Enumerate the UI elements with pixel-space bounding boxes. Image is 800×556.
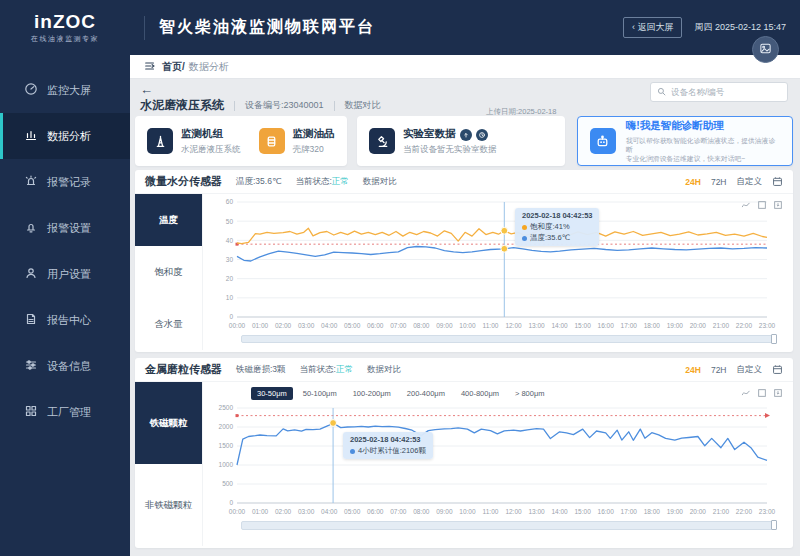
svg-text:22:00: 22:00: [736, 322, 753, 329]
device-search-input[interactable]: [671, 87, 781, 97]
svg-text:04:00: 04:00: [321, 508, 338, 515]
legend-100-200[interactable]: 100-200μm: [347, 387, 397, 400]
range-custom-button[interactable]: 自定义: [737, 176, 763, 188]
monitor-oil-group[interactable]: 监测油品 壳牌320: [259, 127, 335, 156]
svg-text:17:00: 17:00: [621, 508, 638, 515]
svg-text:12:00: 12:00: [505, 508, 522, 515]
svg-text:23:00: 23:00: [759, 322, 776, 329]
data-compare-link[interactable]: 数据对比: [363, 176, 397, 188]
legend-200-400[interactable]: 200-400μm: [401, 387, 451, 400]
back-arrow-button[interactable]: ←: [140, 82, 153, 97]
svg-text:14:00: 14:00: [551, 508, 568, 515]
svg-text:07:00: 07:00: [390, 508, 407, 515]
breadcrumb-home[interactable]: 首页/: [162, 60, 185, 74]
svg-text:20: 20: [226, 275, 234, 282]
range-72h-button[interactable]: 72H: [711, 365, 727, 375]
monitor-unit-group[interactable]: 监测机组 水泥磨液压系统: [147, 127, 241, 156]
alarm-record-icon: [24, 174, 47, 190]
save-image-icon[interactable]: [773, 196, 783, 214]
data-analysis-icon: [24, 128, 47, 144]
range-24h-button[interactable]: 24H: [685, 177, 701, 187]
svg-text:01:00: 01:00: [252, 322, 269, 329]
upload-icon[interactable]: [460, 129, 472, 141]
data-compare-link[interactable]: 数据对比: [367, 364, 401, 376]
moisture-chart-tooltip: 2025-02-18 04:42:53 饱和度:41% 温度:35.6℃: [515, 208, 599, 246]
breadcrumb: 首页/ 数据分析: [130, 55, 800, 79]
legend-400-800[interactable]: 400-800μm: [455, 387, 505, 400]
range-24h-button[interactable]: 24H: [685, 365, 701, 375]
svg-text:16:00: 16:00: [598, 322, 615, 329]
svg-text:0: 0: [229, 499, 233, 506]
panel-status: 当前状态:正常: [300, 364, 353, 376]
svg-text:10: 10: [226, 294, 234, 301]
svg-text:18:00: 18:00: [644, 508, 661, 515]
chart-zoom-slider[interactable]: [241, 521, 775, 530]
sidebar-item-alarm-settings[interactable]: 报警设置: [0, 205, 130, 251]
card-ai-assistant[interactable]: 嗨!我是智能诊断助理 我可以帮你获取智能化诊断油液状态，提供油液诊断 专业化润滑…: [577, 116, 793, 166]
save-image-icon[interactable]: [773, 384, 783, 402]
svg-text:40: 40: [226, 237, 234, 244]
zoom-slider-handle[interactable]: [771, 334, 777, 344]
tab-temperature[interactable]: 温度: [135, 194, 202, 246]
temperature-dot: [522, 236, 527, 241]
svg-text:10:00: 10:00: [459, 322, 476, 329]
legend-50-100[interactable]: 50-100μm: [297, 387, 343, 400]
card-lab-data[interactable]: 实验室数据 当前设备暂无实验室数据: [357, 116, 565, 166]
device-number: 设备编号:23040001: [245, 99, 324, 112]
system-title-row: 水泥磨液压系统 设备编号:23040001 数据对比: [140, 97, 381, 114]
svg-text:05:00: 05:00: [344, 322, 361, 329]
svg-text:03:00: 03:00: [298, 508, 315, 515]
sidebar-item-factory-management[interactable]: 工厂管理: [0, 389, 130, 435]
svg-text:0: 0: [229, 313, 233, 320]
line-toggle-icon[interactable]: [741, 196, 751, 214]
zoom-box-icon[interactable]: [757, 196, 767, 214]
card-subtitle: 壳牌320: [293, 144, 335, 156]
particle-line-chart[interactable]: 0500100015002000250000:0001:0002:0003:00…: [207, 402, 781, 516]
sidebar-item-label: 用户设置: [47, 267, 91, 282]
main-content: 首页/ 数据分析 ← 水泥磨液压系统 设备编号:23040001 数据对比 上传…: [130, 55, 800, 556]
cumulative-dot: [350, 449, 355, 454]
svg-text:00:00: 00:00: [229, 508, 246, 515]
zoom-slider-handle[interactable]: [771, 520, 777, 530]
dashboard-icon: [24, 82, 47, 98]
svg-text:04:00: 04:00: [321, 322, 338, 329]
range-72h-button[interactable]: 72H: [711, 177, 727, 187]
legend-30-50[interactable]: 30-50μm: [251, 387, 293, 400]
calendar-icon[interactable]: [772, 364, 783, 375]
sidebar-item-data-analysis[interactable]: 数据分析: [0, 113, 130, 159]
back-to-bigscreen-button[interactable]: ‹ 返回大屏: [623, 17, 683, 38]
svg-text:50: 50: [226, 218, 234, 225]
moisture-chart-area: 010203040506000:0001:0002:0003:0004:0005…: [203, 194, 793, 350]
data-compare-link[interactable]: 数据对比: [345, 99, 381, 112]
tab-saturation[interactable]: 饱和度: [135, 246, 202, 298]
legend-over-800[interactable]: > 800μm: [509, 387, 551, 400]
sidebar-item-alarm-records[interactable]: 报警记录: [0, 159, 130, 205]
sidebar-item-user-settings[interactable]: 用户设置: [0, 251, 130, 297]
moisture-line-chart[interactable]: 010203040506000:0001:0002:0003:0004:0005…: [207, 196, 781, 330]
logo: inZOC 在线油液监测专家: [0, 12, 130, 44]
panel-status: 当前状态:正常: [295, 176, 348, 188]
chart-zoom-slider[interactable]: [241, 335, 775, 343]
history-icon[interactable]: [476, 129, 488, 141]
svg-text:02:00: 02:00: [275, 508, 292, 515]
svg-text:00:00: 00:00: [229, 322, 246, 329]
screenshot-feedback-button[interactable]: [752, 36, 779, 63]
particle-size-legend: 30-50μm 50-100μm 100-200μm 200-400μm 400…: [207, 384, 789, 402]
sidebar-item-monitor-screen[interactable]: 监控大屏: [0, 67, 130, 113]
panel-metric: 铁磁磨损:3颗: [236, 364, 286, 376]
svg-text:20:00: 20:00: [690, 322, 707, 329]
svg-text:500: 500: [222, 480, 233, 487]
sidebar-item-device-info[interactable]: 设备信息: [0, 343, 130, 389]
line-toggle-icon[interactable]: [741, 384, 751, 402]
calendar-icon[interactable]: [772, 176, 783, 187]
tab-water-content[interactable]: 含水量: [135, 298, 202, 350]
svg-text:02:00: 02:00: [275, 322, 292, 329]
report-center-icon: [24, 312, 47, 328]
zoom-box-icon[interactable]: [757, 384, 767, 402]
range-custom-button[interactable]: 自定义: [737, 364, 763, 376]
particle-chart-tooltip: 2025-02-18 04:42:53 4小时累计值:2106颗: [343, 432, 433, 459]
tab-ferromagnetic[interactable]: 铁磁颗粒: [135, 382, 202, 464]
sidebar-item-report-center[interactable]: 报告中心: [0, 297, 130, 343]
tab-non-ferromagnetic[interactable]: 非铁磁颗粒: [135, 464, 202, 546]
svg-text:60: 60: [226, 198, 234, 205]
